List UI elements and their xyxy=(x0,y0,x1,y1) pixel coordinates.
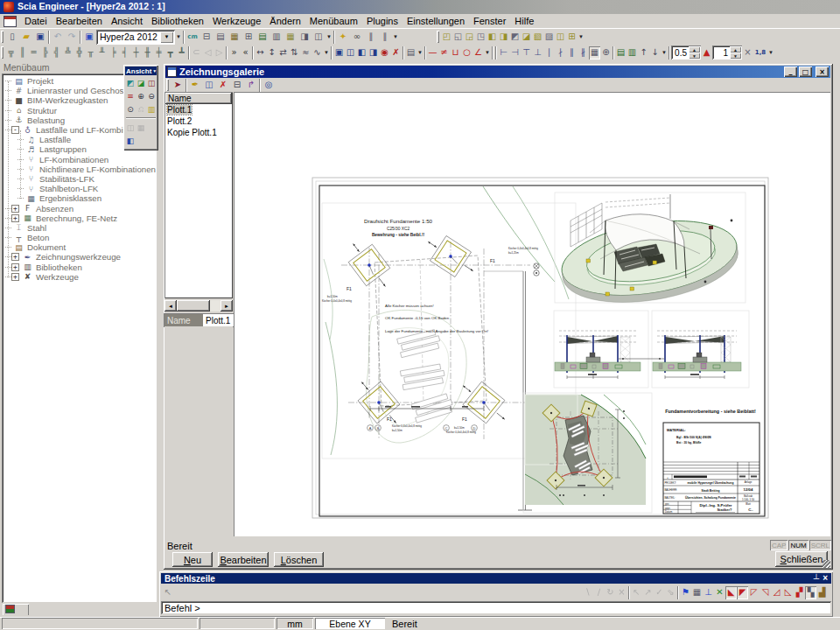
collapse-icon[interactable]: - xyxy=(11,126,19,134)
toolbar-grip[interactable] xyxy=(1,31,4,43)
print-icon[interactable]: ⊟ xyxy=(200,31,214,44)
red-eye-icon[interactable]: ◉ xyxy=(379,46,390,60)
new-file-icon[interactable]: ▯ xyxy=(5,31,19,44)
gallery-maximize-button[interactable]: □ xyxy=(799,66,812,77)
shell-icon[interactable]: ╬ xyxy=(74,46,85,60)
gallery-canvas[interactable]: Draufsicht Fundamente 1:50 C25/30 XC2 Be… xyxy=(234,92,830,536)
support-icon[interactable]: ╫ xyxy=(142,46,153,60)
menu-werkzeuge[interactable]: Werkzeuge xyxy=(208,14,265,29)
menutree-tab[interactable] xyxy=(3,604,29,615)
grid-settings-icon[interactable]: ▦ xyxy=(589,46,600,60)
scroll-thumb[interactable] xyxy=(177,300,210,312)
angle-spinner[interactable]: 1▲▼ xyxy=(712,46,742,60)
rotate-icon[interactable]: ⇅ xyxy=(289,46,300,60)
gallery-list-header[interactable]: Name xyxy=(165,93,232,104)
zoom-window-icon[interactable]: ⊙ xyxy=(125,104,136,114)
split-h-icon[interactable]: ◧ xyxy=(356,46,368,60)
clipping-box-icon[interactable]: ▥ xyxy=(146,104,157,114)
render-mode-icon[interactable]: ≡ xyxy=(125,91,136,101)
rewind-icon[interactable]: « xyxy=(240,46,251,60)
select-cursor-icon[interactable]: ↖ xyxy=(161,586,175,599)
gallery-list-row[interactable]: Plott.2 xyxy=(165,116,232,127)
fast-forward-icon[interactable]: » xyxy=(228,46,240,60)
stretch-icon[interactable]: ↕ xyxy=(266,46,277,60)
tree-item-stahlbeton-lfk[interactable]: ⑂Stahlbeton-LFK xyxy=(4,184,156,193)
axonometric-view-icon[interactable]: ◩ xyxy=(125,78,136,88)
snap-midpoint-icon[interactable]: ◣ xyxy=(725,586,737,599)
align-right-icon[interactable]: ⊣ xyxy=(509,46,521,60)
scale-spinner[interactable]: 0.5▲▼ xyxy=(671,46,701,60)
frame-icon[interactable]: ╨ xyxy=(96,46,108,60)
beam-icon[interactable]: ╦ xyxy=(5,46,17,60)
cross-link-icon[interactable]: ┳ xyxy=(164,46,176,60)
view-yz-icon[interactable]: ◫ xyxy=(146,78,157,88)
curve-icon[interactable]: ≈ xyxy=(300,46,312,60)
snap-iso-grid-icon[interactable]: ▟ xyxy=(816,586,828,599)
modify-dropdown-icon[interactable]: ▼ xyxy=(323,46,330,60)
expand-icon[interactable]: + xyxy=(11,273,19,281)
menu-datei[interactable]: Datei xyxy=(20,14,52,29)
print-icon[interactable]: ⊟ xyxy=(230,79,244,92)
gallery-close-button[interactable]: × xyxy=(816,66,829,77)
column-icon[interactable]: ║ xyxy=(17,46,28,60)
cursor-snap-icon[interactable]: ⚑ xyxy=(680,586,691,599)
spin-up-icon[interactable]: ▲ xyxy=(730,46,741,52)
slab-icon[interactable]: ╩ xyxy=(62,46,74,60)
snap-endpoint-icon[interactable]: ◤ xyxy=(737,586,748,599)
move-icon[interactable]: ↔ xyxy=(255,46,266,60)
spacing-icon[interactable]: ∤ xyxy=(555,46,566,60)
distribute-icon[interactable]: ∣ xyxy=(543,46,555,60)
edit-dropdown-icon[interactable]: ▼ xyxy=(416,46,424,60)
spline-icon[interactable]: ∿ xyxy=(312,46,323,60)
dim-circle-icon[interactable]: ○ xyxy=(461,46,472,60)
units-icon[interactable]: cm xyxy=(186,31,200,44)
plate-icon[interactable]: ═ xyxy=(28,46,39,60)
befehlszeile-close-icon[interactable]: × xyxy=(822,573,828,584)
align-top-icon[interactable]: ⊤ xyxy=(521,46,532,60)
spin-down-icon[interactable]: ▼ xyxy=(730,52,741,59)
toolbar-grip[interactable] xyxy=(1,46,4,59)
dim-line-icon[interactable]: — xyxy=(427,46,438,60)
gallery-window-icon[interactable] xyxy=(168,67,176,76)
ratio-dropdown-icon[interactable]: ▼ xyxy=(767,46,774,60)
snap-perpendicular-icon[interactable]: ◹ xyxy=(760,586,771,599)
tree-item-lf-kombinationen[interactable]: ⑂LF-Kombinationen xyxy=(4,155,156,164)
load-view-icon[interactable]: ▥ xyxy=(626,46,638,60)
view-layer-3-icon[interactable]: ◲ xyxy=(464,31,475,44)
expand-icon[interactable]: + xyxy=(11,214,19,222)
view-layer-11-icon[interactable]: ◫ xyxy=(555,31,566,44)
tree-item-werkzeuge[interactable]: +✘Werkzeuge xyxy=(4,272,156,282)
menu-ndern[interactable]: Ändern xyxy=(265,14,304,29)
scroll-right-button[interactable]: ► xyxy=(220,300,233,312)
dim-unequal-icon[interactable]: ≠ xyxy=(438,46,450,60)
layers-icon[interactable]: ▤ xyxy=(256,31,270,44)
menu-hilfe[interactable]: Hilfe xyxy=(510,14,538,29)
spin-down-icon[interactable]: ▼ xyxy=(689,52,700,59)
open-file-icon[interactable]: ▰ xyxy=(19,31,33,44)
hinge-icon[interactable]: ╪ xyxy=(153,46,164,60)
mdi-child-icon[interactable] xyxy=(4,17,16,26)
zoom-out-icon[interactable]: ⊖ xyxy=(146,91,157,101)
split-v-icon[interactable]: ◨ xyxy=(368,46,379,60)
menu-menbaum[interactable]: Menübaum xyxy=(305,14,362,29)
raise-icon[interactable]: ↑ xyxy=(638,46,649,60)
snap-tangent-icon[interactable]: ◿ xyxy=(771,586,782,599)
lower-icon[interactable]: ↓ xyxy=(649,46,661,60)
library-icon[interactable]: ▦ xyxy=(284,31,298,44)
delete-icon[interactable]: ✗ xyxy=(216,79,230,92)
gallery-list-row[interactable]: Kopie Plott.1 xyxy=(165,127,232,138)
view-layer-8-icon[interactable]: ◪ xyxy=(521,31,532,44)
tree-item-berechnung-fe-netz[interactable]: +▦Berechnung, FE-Netz xyxy=(4,214,156,223)
view-layer-12-icon[interactable]: ⊞ xyxy=(566,31,578,44)
view-dropdown-icon[interactable]: ▼ xyxy=(661,46,668,60)
node-icon[interactable]: ┼ xyxy=(130,46,142,60)
resize-grip[interactable] xyxy=(822,560,830,568)
command-input[interactable]: Befehl > xyxy=(161,601,831,614)
tree-item-ergebnisklassen[interactable]: ▦Ergebnisklassen xyxy=(4,193,156,203)
gallery-minimize-button[interactable]: _ xyxy=(784,66,797,77)
ortho-icon[interactable]: ⊥ xyxy=(703,586,714,599)
view-layer-7-icon[interactable]: ◩ xyxy=(509,31,521,44)
filter-columns-icon[interactable]: ∥ xyxy=(364,31,378,44)
project-combo[interactable]: Hyper2a 2012▼ xyxy=(96,30,175,45)
view-layer-2-icon[interactable]: ◱ xyxy=(452,31,464,44)
